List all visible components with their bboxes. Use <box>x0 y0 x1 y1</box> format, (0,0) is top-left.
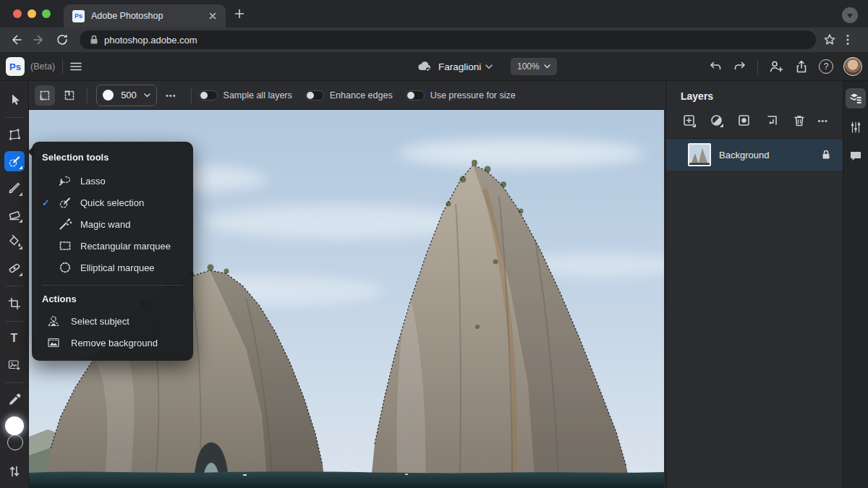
reload-icon[interactable] <box>55 33 69 47</box>
menu-item-rectangular-marquee[interactable]: Rectangular marquee <box>32 235 193 257</box>
chevron-down-icon <box>847 14 853 18</box>
tab-search-button[interactable] <box>842 7 858 23</box>
enhance-edges-toggle[interactable]: Enhance edges <box>305 90 393 100</box>
layers-panel: Layers ••• <box>665 81 843 488</box>
menu-item-elliptical-marquee[interactable]: Elliptical marquee <box>32 257 193 278</box>
layer-lock-icon[interactable] <box>821 149 831 160</box>
toggle-label: Enhance edges <box>330 90 393 100</box>
browser-menu-icon[interactable] <box>846 34 849 46</box>
select-subject-icon <box>46 314 61 328</box>
layers-panel-title: Layers <box>666 81 843 102</box>
menu-item-label: Magic wand <box>80 219 130 230</box>
menu-item-label: Elliptical marquee <box>80 262 155 273</box>
main-menu-icon[interactable] <box>69 60 82 73</box>
eyedropper-tool[interactable] <box>4 390 25 410</box>
flyout-title: Selection tools <box>32 147 193 170</box>
toggle-label: Use pressure for size <box>430 90 516 100</box>
divider <box>191 87 192 103</box>
layer-row-background[interactable]: Background <box>666 139 843 171</box>
remove-background-icon <box>46 335 61 350</box>
zoom-level-dropdown[interactable]: 100% <box>511 58 557 75</box>
use-pressure-toggle[interactable]: Use pressure for size <box>406 90 516 100</box>
menu-item-remove-background[interactable]: Remove background <box>32 332 193 354</box>
elliptical-marquee-icon <box>58 260 72 275</box>
chevron-down-icon <box>544 64 550 69</box>
toggle-knob <box>200 92 208 99</box>
new-tab-button[interactable] <box>234 9 244 19</box>
address-bar[interactable]: photoshop.adobe.com <box>80 30 816 49</box>
check-icon: ✓ <box>42 197 58 208</box>
help-button[interactable]: ? <box>819 59 833 74</box>
tab-close-icon[interactable] <box>207 10 218 22</box>
menu-item-label: Rectangular marquee <box>80 241 171 252</box>
layers-more-icon[interactable]: ••• <box>817 116 828 125</box>
lasso-icon <box>58 174 72 188</box>
menu-item-select-subject[interactable]: Select subject <box>32 310 193 332</box>
type-tool[interactable]: T <box>4 328 25 348</box>
beta-label: (Beta) <box>30 61 55 72</box>
sample-all-layers-toggle[interactable]: Sample all layers <box>199 90 292 100</box>
document-canvas[interactable]: Selection tools Lasso ✓ Quick selection <box>29 110 664 488</box>
tools-sidebar: T <box>0 81 29 488</box>
panel-strip <box>843 81 868 488</box>
toggle-track <box>406 90 425 100</box>
cloud-sync-icon <box>417 59 433 74</box>
background-color-swatch[interactable] <box>7 435 23 450</box>
back-icon[interactable] <box>9 33 23 47</box>
healing-tool[interactable] <box>4 258 25 278</box>
menu-item-lasso[interactable]: Lasso <box>32 170 193 192</box>
close-window-button[interactable] <box>13 9 22 18</box>
delete-layer-icon[interactable] <box>791 112 808 129</box>
new-selection-mode-button[interactable] <box>35 85 55 106</box>
zoom-window-button[interactable] <box>42 9 51 18</box>
toggle-track <box>199 90 218 100</box>
forward-icon[interactable] <box>32 33 46 47</box>
tab-title: Adobe Photoshop <box>91 11 207 21</box>
divider <box>62 59 63 74</box>
user-avatar[interactable] <box>843 57 862 76</box>
type-tool-glyph: T <box>11 333 18 344</box>
move-tool[interactable] <box>4 90 25 110</box>
color-swatches[interactable] <box>3 416 26 455</box>
add-selection-mode-button[interactable] <box>59 85 80 106</box>
foreground-color-swatch[interactable] <box>5 416 24 435</box>
document-title-group[interactable]: Faraglioni <box>417 57 493 76</box>
bookmark-star-icon[interactable] <box>823 33 836 46</box>
toggle-track <box>305 90 324 100</box>
browser-toolbar: photoshop.adobe.com <box>0 27 868 52</box>
toggle-knob <box>407 92 414 99</box>
eraser-tool[interactable] <box>4 205 25 225</box>
fill-tool[interactable] <box>4 231 25 252</box>
menu-item-magic-wand[interactable]: Magic wand <box>32 213 193 235</box>
browser-tab[interactable]: Ps Adobe Photoshop <box>64 4 226 27</box>
redo-icon[interactable] <box>733 59 747 74</box>
chevron-down-icon <box>485 64 493 69</box>
comments-panel-icon[interactable] <box>846 146 866 166</box>
adjustments-panel-icon[interactable] <box>846 117 866 137</box>
transform-tool[interactable] <box>4 124 25 145</box>
more-options-icon[interactable]: ••• <box>166 91 176 100</box>
swap-colors-button[interactable] <box>4 461 25 481</box>
traffic-lights <box>13 9 51 18</box>
brush-size-value: 500 <box>119 90 139 100</box>
add-layer-icon[interactable] <box>681 112 698 129</box>
clipping-mask-icon[interactable] <box>763 112 780 129</box>
photoshop-logo[interactable]: Ps <box>6 57 25 76</box>
brush-size-dropdown[interactable]: 500 <box>96 85 157 106</box>
invite-people-icon[interactable] <box>768 59 784 74</box>
layer-mask-icon[interactable] <box>736 112 753 129</box>
url-text: photoshop.adobe.com <box>104 35 197 46</box>
minimize-window-button[interactable] <box>27 9 36 18</box>
adjustment-layer-icon[interactable] <box>708 112 726 129</box>
menu-item-quick-selection[interactable]: ✓ Quick selection <box>32 192 193 213</box>
place-image-tool[interactable] <box>4 355 25 375</box>
actions-section-title: Actions <box>32 291 193 310</box>
share-export-icon[interactable] <box>794 59 809 74</box>
brush-tool[interactable] <box>4 178 25 198</box>
browser-window: Ps Adobe Photoshop photoshop.adobe.com <box>0 0 868 488</box>
undo-icon[interactable] <box>708 59 723 74</box>
chevron-down-icon <box>144 93 150 98</box>
crop-tool[interactable] <box>4 294 25 314</box>
layers-panel-icon[interactable] <box>846 88 866 108</box>
toggle-label: Sample all layers <box>224 90 292 100</box>
